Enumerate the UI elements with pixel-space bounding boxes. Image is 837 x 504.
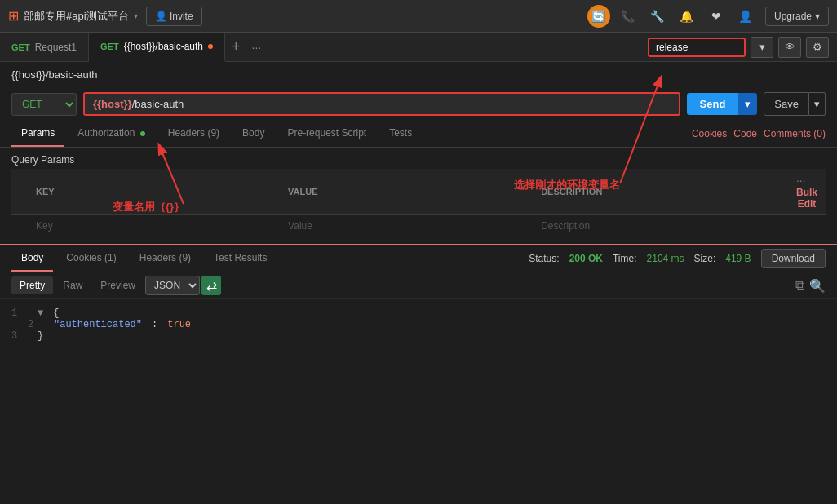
response-stats: Status: 200 OK Time: 2104 ms Size: 419 B… — [529, 249, 826, 268]
tab-request1[interactable]: GET Request1 — [0, 33, 89, 62]
send-button-group: Send ▾ — [687, 93, 758, 115]
method-badge: GET — [11, 42, 30, 52]
request-tabs: Params Authorization Headers (9) Body Pr… — [0, 121, 837, 148]
status-value: 200 OK — [569, 253, 603, 264]
url-path-part: /basic-auth — [132, 98, 184, 110]
invite-button[interactable]: 👤 Invite — [146, 7, 202, 26]
wrench-icon-button[interactable]: 🔧 — [646, 5, 669, 28]
tab-label: Request1 — [35, 42, 77, 53]
row-check — [11, 215, 28, 237]
wrap-button[interactable]: ⇄ — [202, 276, 221, 295]
more-tabs-button[interactable]: ··· — [247, 41, 267, 54]
tab-params[interactable]: Params — [11, 121, 64, 147]
search-button[interactable]: 🔍 — [809, 278, 826, 294]
comments-link[interactable]: Comments (0) — [764, 128, 826, 139]
res-tab-body[interactable]: Body — [11, 245, 53, 272]
code-line-2: 2 "authenticated" : true — [11, 319, 826, 330]
env-eye-button[interactable]: 👁 — [778, 37, 801, 58]
cookies-link[interactable]: Cookies — [692, 128, 727, 139]
code-link[interactable]: Code — [733, 128, 757, 139]
bulk-edit-button[interactable]: Bulk Edit — [796, 187, 817, 210]
save-button[interactable]: Save — [764, 92, 809, 116]
code-line-1: 1 ▼ { — [11, 307, 826, 319]
send-dropdown-button[interactable]: ▾ — [738, 93, 757, 115]
tab-headers[interactable]: Headers (9) — [158, 121, 229, 147]
res-body-tab-raw[interactable]: Raw — [55, 276, 91, 294]
nav-icons: 🔄 📞 🔧 🔔 ❤ 👤 — [587, 5, 757, 28]
method-select[interactable]: GET POST PUT DELETE — [11, 93, 77, 116]
env-dropdown-button[interactable]: ▾ — [751, 37, 773, 58]
grid-icon: ⊞ — [8, 8, 19, 24]
col-header-value: VALUE — [280, 169, 533, 215]
auth-dot — [140, 131, 145, 136]
save-dropdown-button[interactable]: ▾ — [809, 92, 826, 116]
tab-basic-auth[interactable]: GET {{host}}/basic-auth — [89, 33, 225, 62]
query-params-section: Query Params KEY VALUE DESCRIPTION ··· — [0, 148, 837, 241]
app-name: 部邮专用#api测试平台 — [24, 9, 129, 24]
query-params-label: Query Params — [11, 154, 826, 166]
tab-body[interactable]: Body — [232, 121, 274, 147]
env-input[interactable] — [648, 38, 746, 57]
res-body-tab-pretty[interactable]: Pretty — [11, 276, 53, 294]
response-body-tabs: Pretty Raw Preview JSON XML HTML ⇄ ⧉ 🔍 — [0, 272, 837, 299]
response-tabs-bar: Body Cookies (1) Headers (9) Test Result… — [0, 245, 837, 272]
size-label: Size: — [694, 253, 716, 264]
res-body-tab-preview[interactable]: Preview — [92, 276, 144, 294]
url-input-display[interactable]: {{host}}/basic-auth — [83, 92, 680, 116]
request-title: {{host}}/basic-auth — [0, 62, 837, 87]
toggle-1[interactable]: ▼ — [38, 307, 43, 319]
time-label: Time: — [613, 253, 637, 264]
tab-tests[interactable]: Tests — [379, 121, 422, 147]
sync-icon-button[interactable]: 🔄 — [587, 5, 610, 28]
url-host-part: {{host}} — [93, 98, 132, 110]
add-tab-button[interactable]: + — [225, 38, 247, 55]
size-value: 419 B — [725, 253, 751, 264]
table-row: Key Value Description — [11, 215, 826, 237]
col-header-actions: ··· Bulk Edit — [788, 169, 826, 215]
request-tab-actions: Cookies Code Comments (0) — [692, 128, 826, 139]
col-header-desc: DESCRIPTION — [533, 169, 788, 215]
res-tab-test-results[interactable]: Test Results — [204, 245, 277, 272]
response-section: Body Cookies (1) Headers (9) Test Result… — [0, 244, 837, 381]
bell-icon-button[interactable]: 🔔 — [675, 5, 698, 28]
phone-icon-button[interactable]: 📞 — [617, 5, 640, 28]
tabs-bar: GET Request1 GET {{host}}/basic-auth + ·… — [0, 33, 837, 62]
row-desc[interactable]: Description — [533, 215, 788, 237]
unsaved-dot — [208, 44, 213, 49]
url-bar: GET POST PUT DELETE {{host}}/basic-auth … — [0, 87, 837, 121]
tab-label: {{host}}/basic-auth — [124, 41, 203, 52]
user-icon-button[interactable]: 👤 — [734, 5, 757, 28]
col-header-check — [11, 169, 28, 215]
env-gear-button[interactable]: ⚙ — [806, 37, 829, 58]
params-table: KEY VALUE DESCRIPTION ··· Bulk Edit — [11, 169, 826, 237]
tab-pre-request[interactable]: Pre-request Script — [277, 121, 376, 147]
app-dropdown-icon[interactable]: ▾ — [134, 11, 138, 20]
res-body-right-actions: ⧉ 🔍 — [795, 278, 826, 294]
col-header-key: KEY — [28, 169, 280, 215]
three-dots-button[interactable]: ··· — [796, 174, 806, 187]
copy-button[interactable]: ⧉ — [795, 278, 804, 294]
heart-icon-button[interactable]: ❤ — [705, 5, 728, 28]
tab-authorization[interactable]: Authorization — [68, 121, 154, 147]
row-value[interactable]: Value — [280, 215, 533, 237]
save-button-group: Save ▾ — [764, 92, 826, 116]
method-badge: GET — [100, 42, 119, 51]
row-key[interactable]: Key — [28, 215, 280, 237]
res-tab-cookies[interactable]: Cookies (1) — [56, 245, 126, 272]
status-label: Status: — [529, 253, 559, 264]
json-format-select[interactable]: JSON XML HTML — [145, 276, 200, 295]
app-brand: ⊞ 部邮专用#api测试平台 ▾ — [8, 8, 138, 24]
code-area: 1 ▼ { 2 "authenticated" : true 3 } — [0, 299, 837, 381]
upgrade-button[interactable]: Upgrade ▾ — [765, 7, 829, 26]
time-value: 2104 ms — [647, 253, 684, 264]
row-actions — [788, 215, 826, 237]
send-button[interactable]: Send — [687, 93, 739, 115]
top-nav: ⊞ 部邮专用#api测试平台 ▾ 👤 Invite 🔄 📞 🔧 🔔 ❤ 👤 Up… — [0, 0, 837, 33]
code-line-3: 3 } — [11, 330, 826, 342]
download-button[interactable]: Download — [761, 249, 826, 268]
res-tab-headers[interactable]: Headers (9) — [130, 245, 201, 272]
env-bar: ▾ 👁 ⚙ — [648, 37, 829, 58]
